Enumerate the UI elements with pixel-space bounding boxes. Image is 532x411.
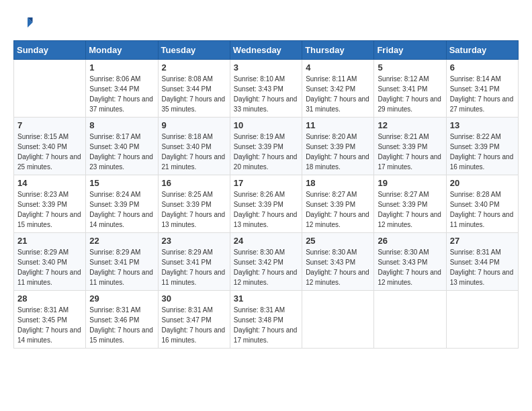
day-cell bbox=[446, 291, 518, 349]
day-number: 5 bbox=[378, 62, 442, 73]
day-cell: 13Sunrise: 8:22 AMSunset: 3:39 PMDayligh… bbox=[446, 118, 518, 175]
day-cell: 11Sunrise: 8:20 AMSunset: 3:39 PMDayligh… bbox=[302, 118, 374, 175]
day-info: Sunrise: 8:06 AMSunset: 3:44 PMDaylight:… bbox=[89, 74, 154, 114]
day-cell: 15Sunrise: 8:24 AMSunset: 3:39 PMDayligh… bbox=[86, 175, 158, 233]
day-cell: 28Sunrise: 8:31 AMSunset: 3:45 PMDayligh… bbox=[14, 291, 86, 349]
day-cell: 29Sunrise: 8:31 AMSunset: 3:46 PMDayligh… bbox=[86, 291, 158, 349]
day-number: 11 bbox=[306, 120, 370, 130]
day-info: Sunrise: 8:30 AMSunset: 3:42 PMDaylight:… bbox=[234, 247, 298, 287]
weekday-header-friday: Friday bbox=[374, 41, 446, 60]
day-info: Sunrise: 8:25 AMSunset: 3:39 PMDaylight:… bbox=[162, 189, 226, 230]
week-row-4: 21Sunrise: 8:29 AMSunset: 3:40 PMDayligh… bbox=[14, 233, 519, 291]
day-info: Sunrise: 8:18 AMSunset: 3:40 PMDaylight:… bbox=[162, 132, 226, 172]
day-number: 23 bbox=[162, 236, 226, 246]
week-row-1: 1Sunrise: 8:06 AMSunset: 3:44 PMDaylight… bbox=[14, 60, 519, 118]
day-number: 22 bbox=[89, 236, 154, 246]
day-cell: 31Sunrise: 8:31 AMSunset: 3:48 PMDayligh… bbox=[230, 291, 302, 349]
week-row-3: 14Sunrise: 8:23 AMSunset: 3:39 PMDayligh… bbox=[14, 175, 519, 233]
weekday-header-wednesday: Wednesday bbox=[230, 41, 302, 60]
day-number: 1 bbox=[89, 62, 154, 73]
day-number: 16 bbox=[162, 178, 226, 188]
day-cell: 19Sunrise: 8:27 AMSunset: 3:39 PMDayligh… bbox=[374, 175, 446, 233]
day-number: 26 bbox=[378, 236, 442, 246]
day-cell: 4Sunrise: 8:11 AMSunset: 3:42 PMDaylight… bbox=[302, 60, 374, 118]
day-cell: 21Sunrise: 8:29 AMSunset: 3:40 PMDayligh… bbox=[14, 233, 86, 291]
logo bbox=[13, 13, 36, 34]
day-number: 18 bbox=[306, 178, 370, 188]
day-info: Sunrise: 8:15 AMSunset: 3:40 PMDaylight:… bbox=[17, 132, 82, 172]
weekday-header-thursday: Thursday bbox=[302, 41, 374, 60]
day-cell: 22Sunrise: 8:29 AMSunset: 3:41 PMDayligh… bbox=[86, 233, 158, 291]
day-number: 21 bbox=[17, 236, 82, 246]
day-number: 20 bbox=[450, 178, 515, 188]
day-info: Sunrise: 8:23 AMSunset: 3:39 PMDaylight:… bbox=[17, 189, 82, 230]
day-number: 19 bbox=[378, 178, 442, 188]
week-row-2: 7Sunrise: 8:15 AMSunset: 3:40 PMDaylight… bbox=[14, 118, 519, 175]
day-info: Sunrise: 8:29 AMSunset: 3:40 PMDaylight:… bbox=[17, 247, 82, 287]
day-number: 14 bbox=[17, 178, 82, 188]
day-number: 13 bbox=[450, 120, 515, 130]
calendar-table: SundayMondayTuesdayWednesdayThursdayFrid… bbox=[13, 40, 519, 349]
day-cell: 3Sunrise: 8:10 AMSunset: 3:43 PMDaylight… bbox=[230, 60, 302, 118]
day-number: 4 bbox=[306, 62, 370, 73]
weekday-header-saturday: Saturday bbox=[446, 41, 518, 60]
day-cell: 30Sunrise: 8:31 AMSunset: 3:47 PMDayligh… bbox=[158, 291, 230, 349]
day-number: 24 bbox=[234, 236, 298, 246]
day-info: Sunrise: 8:11 AMSunset: 3:42 PMDaylight:… bbox=[306, 74, 370, 114]
day-cell: 7Sunrise: 8:15 AMSunset: 3:40 PMDaylight… bbox=[14, 118, 86, 175]
page-header bbox=[13, 13, 519, 34]
day-info: Sunrise: 8:31 AMSunset: 3:46 PMDaylight:… bbox=[89, 305, 154, 345]
day-number: 6 bbox=[450, 62, 515, 73]
day-cell: 23Sunrise: 8:29 AMSunset: 3:41 PMDayligh… bbox=[158, 233, 230, 291]
day-info: Sunrise: 8:29 AMSunset: 3:41 PMDaylight:… bbox=[162, 247, 226, 287]
day-number: 12 bbox=[378, 120, 442, 130]
day-info: Sunrise: 8:31 AMSunset: 3:45 PMDaylight:… bbox=[17, 305, 82, 345]
day-number: 9 bbox=[162, 120, 226, 130]
day-info: Sunrise: 8:12 AMSunset: 3:41 PMDaylight:… bbox=[378, 74, 442, 114]
day-info: Sunrise: 8:29 AMSunset: 3:41 PMDaylight:… bbox=[89, 247, 154, 287]
day-cell: 25Sunrise: 8:30 AMSunset: 3:43 PMDayligh… bbox=[302, 233, 374, 291]
day-info: Sunrise: 8:30 AMSunset: 3:43 PMDaylight:… bbox=[306, 247, 370, 287]
weekday-header-tuesday: Tuesday bbox=[158, 41, 230, 60]
day-cell: 18Sunrise: 8:27 AMSunset: 3:39 PMDayligh… bbox=[302, 175, 374, 233]
day-cell: 2Sunrise: 8:08 AMSunset: 3:44 PMDaylight… bbox=[158, 60, 230, 118]
day-info: Sunrise: 8:31 AMSunset: 3:44 PMDaylight:… bbox=[450, 247, 515, 287]
day-cell: 5Sunrise: 8:12 AMSunset: 3:41 PMDaylight… bbox=[374, 60, 446, 118]
day-cell: 27Sunrise: 8:31 AMSunset: 3:44 PMDayligh… bbox=[446, 233, 518, 291]
day-cell: 10Sunrise: 8:19 AMSunset: 3:39 PMDayligh… bbox=[230, 118, 302, 175]
day-cell: 20Sunrise: 8:28 AMSunset: 3:40 PMDayligh… bbox=[446, 175, 518, 233]
day-info: Sunrise: 8:17 AMSunset: 3:40 PMDaylight:… bbox=[89, 132, 154, 172]
day-number: 7 bbox=[17, 120, 82, 130]
day-cell: 26Sunrise: 8:30 AMSunset: 3:43 PMDayligh… bbox=[374, 233, 446, 291]
day-cell: 17Sunrise: 8:26 AMSunset: 3:39 PMDayligh… bbox=[230, 175, 302, 233]
day-cell: 16Sunrise: 8:25 AMSunset: 3:39 PMDayligh… bbox=[158, 175, 230, 233]
day-info: Sunrise: 8:14 AMSunset: 3:41 PMDaylight:… bbox=[450, 74, 515, 114]
day-info: Sunrise: 8:22 AMSunset: 3:39 PMDaylight:… bbox=[450, 132, 515, 172]
day-info: Sunrise: 8:20 AMSunset: 3:39 PMDaylight:… bbox=[306, 132, 370, 172]
day-info: Sunrise: 8:08 AMSunset: 3:44 PMDaylight:… bbox=[162, 74, 226, 114]
day-cell: 12Sunrise: 8:21 AMSunset: 3:39 PMDayligh… bbox=[374, 118, 446, 175]
day-number: 28 bbox=[17, 293, 82, 304]
day-number: 10 bbox=[234, 120, 298, 130]
day-cell bbox=[302, 291, 374, 349]
week-row-5: 28Sunrise: 8:31 AMSunset: 3:45 PMDayligh… bbox=[14, 291, 519, 349]
day-info: Sunrise: 8:24 AMSunset: 3:39 PMDaylight:… bbox=[89, 189, 154, 230]
day-info: Sunrise: 8:30 AMSunset: 3:43 PMDaylight:… bbox=[378, 247, 442, 287]
weekday-header-monday: Monday bbox=[86, 41, 158, 60]
day-cell: 24Sunrise: 8:30 AMSunset: 3:42 PMDayligh… bbox=[230, 233, 302, 291]
logo-icon bbox=[13, 13, 34, 34]
day-number: 3 bbox=[234, 62, 298, 73]
day-info: Sunrise: 8:19 AMSunset: 3:39 PMDaylight:… bbox=[234, 132, 298, 172]
day-number: 27 bbox=[450, 236, 515, 246]
day-number: 15 bbox=[89, 178, 154, 188]
day-cell bbox=[14, 60, 86, 118]
day-info: Sunrise: 8:31 AMSunset: 3:47 PMDaylight:… bbox=[162, 305, 226, 345]
day-number: 17 bbox=[234, 178, 298, 188]
day-info: Sunrise: 8:21 AMSunset: 3:39 PMDaylight:… bbox=[378, 132, 442, 172]
day-cell: 8Sunrise: 8:17 AMSunset: 3:40 PMDaylight… bbox=[86, 118, 158, 175]
day-number: 2 bbox=[162, 62, 226, 73]
day-info: Sunrise: 8:26 AMSunset: 3:39 PMDaylight:… bbox=[234, 189, 298, 230]
day-number: 31 bbox=[234, 293, 298, 304]
day-cell: 6Sunrise: 8:14 AMSunset: 3:41 PMDaylight… bbox=[446, 60, 518, 118]
weekday-header-row: SundayMondayTuesdayWednesdayThursdayFrid… bbox=[14, 41, 519, 60]
